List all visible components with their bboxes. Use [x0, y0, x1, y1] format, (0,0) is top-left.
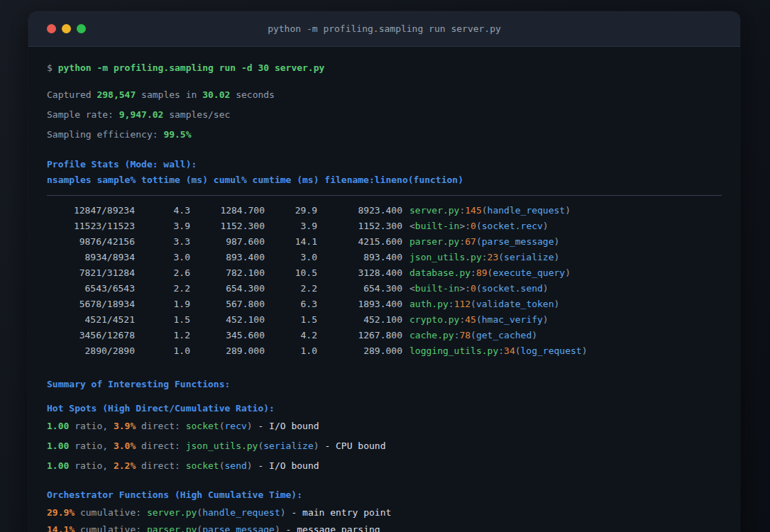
text-segment: 14.1%	[47, 524, 75, 532]
text-segment: socket	[186, 460, 219, 471]
text-segment: hmac_verify	[482, 314, 543, 325]
text-segment: 1.00	[47, 460, 69, 471]
hot-spot-line: 1.00 ratio, 3.0% direct: json_utils.py(s…	[47, 439, 722, 453]
cell-sample-pct: 4.3	[135, 203, 190, 218]
text-segment: 89	[476, 267, 488, 278]
text-segment: )	[247, 460, 253, 471]
orchestrators-heading: Orchestrator Functions (High Cumulative …	[47, 488, 722, 502]
cell-function: crypto.py:45(hmac_verify)	[402, 312, 722, 328]
cell-nsamples: 6543/6543	[47, 281, 135, 297]
text-segment: 0	[471, 283, 476, 294]
cell-cumtime: 289.000	[317, 343, 402, 359]
cell-tottime: 345.600	[190, 328, 265, 343]
text-segment: :	[465, 283, 471, 294]
cell-function: logging_utils.py:34(log_request)	[402, 343, 722, 359]
cell-tottime: 893.400	[190, 250, 265, 265]
cell-sample-pct: 1.2	[135, 328, 190, 343]
text-segment: parse_message	[202, 524, 275, 532]
text-segment: 67	[465, 236, 476, 247]
text-segment: (	[476, 236, 482, 247]
text-segment: socket.recv	[482, 221, 543, 231]
cell-tottime: 567.800	[190, 297, 265, 312]
table-row: 9876/421563.3987.60014.14215.600parser.p…	[47, 234, 722, 250]
terminal-window: python -m profiling.sampling run server.…	[28, 11, 740, 532]
text-segment: json_utils.py	[409, 252, 482, 262]
text-segment: )	[543, 314, 549, 325]
text-segment: )	[543, 221, 549, 231]
text-segment: 0	[471, 221, 476, 231]
text-segment: 34	[504, 345, 515, 356]
text-segment: <	[409, 221, 415, 231]
text-segment: cumulative:	[75, 524, 147, 532]
text-segment: (	[515, 345, 521, 356]
text-segment: )	[532, 330, 537, 340]
table-row: 6543/65432.2654.3002.2654.300<built-in>:…	[47, 281, 722, 297]
text-segment: (	[476, 314, 482, 325]
cell-tottime: 782.100	[190, 265, 265, 281]
cell-tottime: 654.300	[190, 281, 265, 297]
text-segment: :	[498, 345, 504, 356]
text-segment: auth.py	[409, 299, 449, 309]
cell-nsamples: 7821/31284	[47, 265, 135, 281]
cell-nsamples: 5678/18934	[47, 297, 135, 312]
samples-in-label: samples in	[141, 89, 197, 100]
table-row: 12847/892344.31284.70029.98923.400server…	[47, 203, 722, 218]
table-divider	[47, 195, 722, 196]
text-segment: (	[219, 421, 225, 431]
table-row: 11523/115233.91152.3003.91152.300<built-…	[47, 218, 722, 234]
text-segment: server.py	[147, 507, 197, 518]
cell-sample-pct: 2.2	[135, 281, 190, 297]
text-segment: - I/O bound	[253, 460, 319, 471]
text-segment: (	[476, 221, 482, 231]
text-segment: cache.py	[409, 330, 454, 340]
efficiency-line: Sampling efficiency: 99.5%	[47, 128, 722, 142]
text-segment: parser.py	[147, 524, 197, 532]
text-segment: (	[471, 330, 476, 340]
cell-nsamples: 8934/8934	[47, 250, 135, 265]
rate-value: 9,947.02	[119, 109, 164, 120]
text-segment: built-in	[415, 221, 460, 231]
cell-function: parser.py:67(parse_message)	[402, 234, 722, 250]
text-segment: logging_utils.py	[409, 345, 498, 356]
text-segment: serialize	[263, 440, 313, 451]
text-segment: recv	[225, 421, 247, 431]
cell-function: auth.py:112(validate_token)	[402, 297, 722, 312]
cell-cumul-pct: 6.3	[265, 297, 317, 312]
text-segment: )	[554, 252, 560, 262]
capture-duration: 30.02	[202, 89, 230, 100]
text-segment: 112	[454, 299, 471, 309]
profile-stats-heading: Profile Stats (Mode: wall):	[47, 157, 722, 172]
orchestrators-list: 29.9% cumulative: server.py(handle_reque…	[47, 506, 722, 532]
command-line: $ python -m profiling.sampling run -d 30…	[47, 61, 722, 75]
text-segment: :	[471, 267, 476, 278]
text-segment: log_request	[521, 345, 582, 356]
text-segment: parse_message	[482, 236, 554, 247]
text-segment: handle_request	[202, 507, 280, 518]
cell-cumul-pct: 3.9	[265, 218, 317, 234]
text-segment: ratio,	[69, 440, 114, 451]
cell-cumtime: 8923.400	[317, 203, 402, 218]
text-segment: parser.py	[409, 236, 459, 247]
terminal-content: $ python -m profiling.sampling run -d 30…	[28, 47, 740, 532]
text-segment: socket	[186, 421, 219, 431]
text-segment: )	[554, 299, 560, 309]
text-segment: cumulative:	[75, 507, 147, 518]
cell-cumul-pct: 3.0	[265, 250, 317, 265]
text-segment: - main entry point	[286, 507, 392, 518]
text-segment: )	[565, 267, 571, 278]
text-segment: )	[582, 345, 588, 356]
text-segment: (	[219, 460, 225, 471]
cell-tottime: 289.000	[190, 343, 265, 359]
text-segment: 1.00	[47, 421, 69, 431]
text-segment: 3.9%	[114, 421, 136, 431]
text-segment: socket.send	[482, 283, 543, 294]
cell-nsamples: 2890/2890	[47, 343, 135, 359]
cell-function: server.py:145(handle_request)	[402, 203, 722, 218]
cell-sample-pct: 3.0	[135, 250, 190, 265]
sample-rate-line: Sample rate: 9,947.02 samples/sec	[47, 108, 722, 122]
text-segment: )	[247, 421, 253, 431]
shell-prompt: $	[47, 62, 53, 73]
text-segment: )	[543, 283, 549, 294]
cell-tottime: 452.100	[190, 312, 265, 328]
hot-spots-heading: Hot Spots (High Direct/Cumulative Ratio)…	[47, 401, 722, 416]
